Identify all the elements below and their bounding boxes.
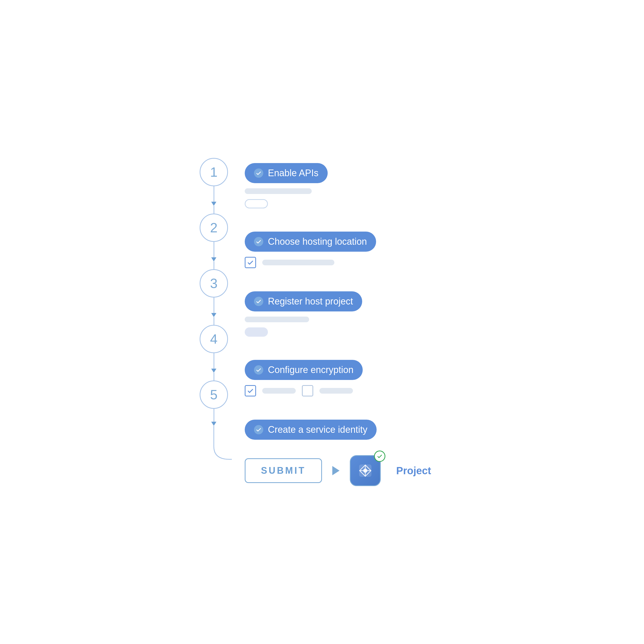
submit-button[interactable]: SUBMIT <box>245 458 322 483</box>
step-circle-5: 5 <box>200 380 228 409</box>
step-2-extras <box>245 257 431 268</box>
step-5-badge: Create a service identity <box>245 420 377 440</box>
step-circle-3: 3 <box>200 269 228 298</box>
arrow-1 <box>211 202 216 206</box>
steps-layout: 1 2 3 4 <box>196 158 431 486</box>
page-container: 1 2 3 4 <box>180 137 464 507</box>
checkbox-unchecked-4[interactable] <box>302 385 313 396</box>
arrow-4 <box>211 369 216 373</box>
step-2-content: Choose hosting location <box>245 226 431 286</box>
placeholder-bar-2 <box>262 260 334 265</box>
arrow-2 <box>211 257 216 261</box>
step-2-badge: Choose hosting location <box>245 232 376 252</box>
check-icon-4 <box>254 365 263 375</box>
step-4-extras <box>245 385 431 396</box>
connector-line <box>214 353 214 369</box>
step-circle-2: 2 <box>200 214 228 242</box>
arrow-right-icon <box>332 466 340 475</box>
bottom-curve <box>196 426 232 467</box>
checkbox-checked-4[interactable] <box>245 385 256 396</box>
arrow-5 <box>211 422 216 426</box>
check-icon-5 <box>254 425 263 434</box>
right-track: Enable APIs Choose hosting location <box>232 158 431 486</box>
placeholder-bar-4a <box>262 388 296 394</box>
step-3-content: Register host project <box>245 286 431 355</box>
placeholder-bar-4b <box>319 388 353 394</box>
left-track: 1 2 3 4 <box>196 158 232 486</box>
project-wrapper <box>350 455 381 486</box>
step-circle-1: 1 <box>200 158 228 186</box>
check-icon-2 <box>254 237 263 246</box>
step-4-badge: Configure encryption <box>245 360 363 380</box>
connector-line <box>214 186 214 202</box>
connector-line <box>214 373 214 380</box>
step-1-badge: Enable APIs <box>245 163 328 183</box>
checkbox-checked-2[interactable] <box>245 257 256 268</box>
check-icon-3 <box>254 297 263 306</box>
connector-line <box>214 206 214 214</box>
connector-line <box>214 261 214 269</box>
step-4-content: Configure encryption <box>245 355 431 414</box>
connector-line <box>214 242 214 257</box>
submit-area: SUBMIT <box>245 455 431 486</box>
arrow-3 <box>211 313 216 317</box>
step-1-content: Enable APIs <box>245 158 431 226</box>
placeholder-pill-blue <box>245 327 268 337</box>
connector-line <box>214 298 214 313</box>
step-circle-4: 4 <box>200 325 228 353</box>
check-icon-1 <box>254 168 263 178</box>
step-5-content: Create a service identity <box>245 414 431 453</box>
step-3-badge: Register host project <box>245 291 362 311</box>
placeholder-bar <box>245 188 312 194</box>
project-label: Project <box>396 465 431 477</box>
connector-line <box>214 409 214 422</box>
placeholder-bar-3 <box>245 317 309 322</box>
connector-line <box>214 317 214 325</box>
green-check-icon <box>374 451 385 462</box>
placeholder-pill <box>245 199 268 208</box>
